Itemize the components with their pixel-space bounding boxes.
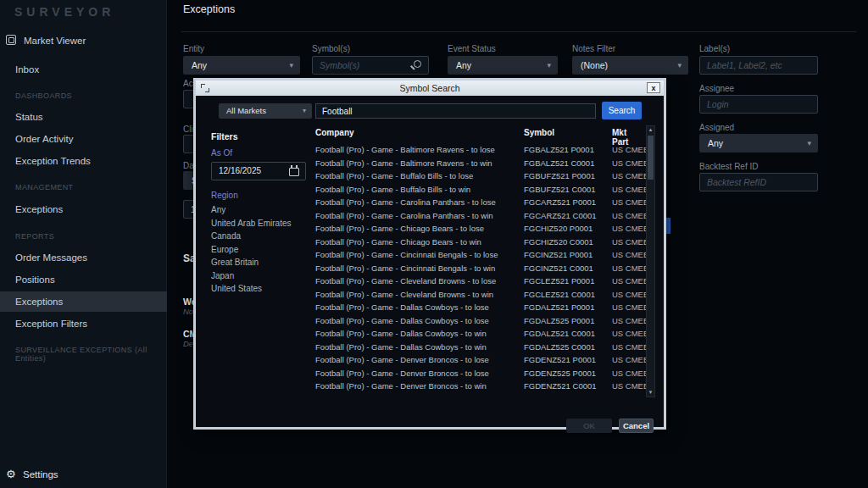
cancel-button[interactable]: Cancel: [619, 419, 654, 433]
scroll-down-icon[interactable]: ▼: [647, 389, 654, 396]
sidebar-item-order-activity[interactable]: Order Activity: [0, 129, 167, 149]
sidebar-item-market-viewer[interactable]: Market Viewer: [0, 30, 167, 51]
sidebar-item-order-messages[interactable]: Order Messages: [0, 247, 167, 268]
chevron-down-icon: ▾: [289, 56, 293, 75]
company-cell: Football (Pro) - Game - Cleveland Browns…: [315, 274, 524, 288]
symbol-row[interactable]: Football (Pro) - Game - Dallas Cowboys -…: [315, 327, 644, 341]
company-cell: Football (Pro) - Game - Denver Broncos -…: [315, 353, 524, 367]
symbol-cell: FGBALZ521 P0001: [524, 143, 612, 157]
backtest-input[interactable]: [699, 173, 818, 191]
symbol-row[interactable]: Football (Pro) - Game - Chicago Bears - …: [315, 222, 644, 236]
symbol-row[interactable]: Football (Pro) - Game - Cleveland Browns…: [315, 288, 644, 302]
company-cell: Football (Pro) - Game - Dallas Cowboys -…: [315, 314, 524, 328]
entity-dropdown[interactable]: Any ▾: [183, 56, 300, 75]
symbol-row[interactable]: Football (Pro) - Game - Baltimore Ravens…: [315, 143, 644, 157]
company-cell: Football (Pro) - Game - Dallas Cowboys -…: [315, 341, 524, 354]
region-option[interactable]: United Arab Emirates: [211, 217, 311, 230]
filters-heading: Filters: [211, 131, 238, 141]
region-option[interactable]: Any: [211, 203, 311, 217]
dialog-titlebar[interactable]: Symbol Search x: [196, 80, 664, 96]
calendar-icon[interactable]: [289, 168, 299, 176]
region-option[interactable]: Great Britain: [211, 256, 311, 269]
entity-label: Entity: [183, 44, 204, 53]
notes-filter-label: Notes Filter: [572, 44, 615, 53]
market-dropdown[interactable]: All Markets ▾: [219, 103, 312, 119]
symbol-cell: FGCINZ521 P0001: [524, 248, 612, 262]
symbol-row[interactable]: Football (Pro) - Game - Baltimore Ravens…: [315, 157, 644, 170]
as-of-date-input[interactable]: 12/16/2025: [211, 162, 306, 180]
symbol-row[interactable]: Football (Pro) - Game - Cincinnati Benga…: [315, 262, 644, 275]
chevron-down-icon: ▾: [807, 134, 811, 152]
backtest-label: Backtest Ref ID: [699, 162, 758, 171]
sidebar-item-label: Exceptions: [15, 204, 63, 214]
symbol-cell: FGCHIZ520 P0001: [524, 222, 612, 236]
settings-button[interactable]: ⚙ Settings: [0, 464, 167, 485]
scrollbar-thumb[interactable]: [648, 136, 654, 180]
symbol-row[interactable]: Football (Pro) - Game - Carolina Panthar…: [315, 209, 644, 223]
symbol-row[interactable]: Football (Pro) - Game - Dallas Cowboys -…: [315, 314, 644, 328]
results-scrollbar[interactable]: ▲ ▼: [646, 125, 655, 397]
symbol-cell: FGDALZ525 C0001: [524, 341, 612, 354]
assigned-dropdown[interactable]: Any ▾: [699, 134, 818, 152]
sidebar-item-inbox[interactable]: Inbox: [0, 59, 167, 80]
search-button-partial[interactable]: [666, 218, 670, 234]
settings-label: Settings: [23, 464, 58, 485]
symbol-row[interactable]: Football (Pro) - Game - Denver Broncos -…: [315, 367, 644, 380]
symbol-cell: FGCLEZ521 P0001: [524, 274, 612, 288]
as-of-date-value: 12/16/2025: [219, 166, 261, 175]
sidebar-item-label: Exception Trends: [15, 156, 91, 166]
symbol-row[interactable]: Football (Pro) - Game - Dallas Cowboys -…: [315, 301, 644, 314]
symbol-cell: FGCLEZ521 C0001: [524, 288, 612, 302]
company-cell: Football (Pro) - Game - Chicago Bears - …: [315, 236, 524, 249]
chevron-down-icon: ▾: [677, 56, 682, 75]
search-button[interactable]: Search: [602, 102, 642, 119]
symbol-cell: FGCHIZ520 C0001: [524, 236, 612, 249]
notes-filter-dropdown[interactable]: (None) ▾: [572, 56, 688, 75]
symbol-row[interactable]: Football (Pro) - Game - Cleveland Browns…: [315, 274, 644, 288]
gear-icon: ⚙: [6, 464, 16, 485]
sidebar-item-exception-trends[interactable]: Exception Trends: [0, 151, 167, 171]
company-cell: Football (Pro) - Game - Cincinnati Benga…: [315, 248, 524, 262]
sidebar-item-label: Exception Filters: [15, 319, 87, 329]
company-cell: Football (Pro) - Game - Dallas Cowboys -…: [315, 327, 524, 341]
symbol-row[interactable]: Football (Pro) - Game - Buffalo Bills - …: [315, 169, 644, 183]
labels-input[interactable]: [699, 56, 818, 75]
region-option[interactable]: Canada: [211, 230, 311, 243]
sidebar-item-positions[interactable]: Positions: [0, 269, 167, 290]
sidebar-item-label: Order Messages: [15, 252, 87, 263]
assignee-input[interactable]: [699, 95, 818, 114]
company-cell: Football (Pro) - Game - Carolina Panthar…: [315, 196, 524, 209]
sidebar-section-dashboards: DASHBOARDS: [15, 92, 72, 100]
results-table: Football (Pro) - Game - Baltimore Ravens…: [315, 143, 644, 393]
symbol-row[interactable]: Football (Pro) - Game - Denver Broncos -…: [315, 353, 644, 367]
as-of-label: As Of: [211, 148, 232, 158]
symbol-search-input[interactable]: [315, 103, 596, 119]
symbol-row[interactable]: Football (Pro) - Game - Carolina Panthar…: [315, 196, 644, 209]
sidebar-item-status[interactable]: Status: [0, 107, 167, 127]
entity-value: Any: [192, 60, 207, 70]
region-option[interactable]: Japan: [211, 269, 311, 283]
event-status-dropdown[interactable]: Any ▾: [448, 56, 558, 75]
scroll-up-icon[interactable]: ▲: [647, 126, 654, 134]
page-title: Exceptions: [183, 3, 235, 15]
region-option[interactable]: United States: [211, 282, 311, 296]
region-option[interactable]: Europe: [211, 243, 311, 257]
region-label: Region: [211, 191, 238, 200]
symbol-row[interactable]: Football (Pro) - Game - Chicago Bears - …: [315, 236, 644, 249]
symbol-cell: FGCARZ521 C0001: [524, 209, 612, 223]
symbol-row[interactable]: Football (Pro) - Game - Buffalo Bills - …: [315, 183, 644, 197]
notes-filter-value: (None): [581, 60, 608, 70]
company-cell: Football (Pro) - Game - Buffalo Bills - …: [315, 183, 524, 197]
symbol-cell: FGCARZ521 P0001: [524, 196, 612, 209]
symbol-row[interactable]: Football (Pro) - Game - Dallas Cowboys -…: [315, 341, 644, 354]
sidebar-item-exception-filters[interactable]: Exception Filters: [0, 313, 167, 334]
sidebar-item-exceptions-mgmt[interactable]: Exceptions: [0, 199, 167, 219]
ok-button[interactable]: OK: [566, 419, 612, 433]
assigned-value: Any: [708, 138, 723, 148]
sidebar-item-exceptions-report[interactable]: Exceptions: [0, 291, 167, 312]
chevron-down-icon: ▾: [303, 103, 306, 119]
search-icon[interactable]: [414, 60, 421, 68]
close-icon[interactable]: x: [647, 82, 660, 93]
symbol-row[interactable]: Football (Pro) - Game - Cincinnati Benga…: [315, 248, 644, 262]
symbol-row[interactable]: Football (Pro) - Game - Denver Broncos -…: [315, 380, 644, 393]
